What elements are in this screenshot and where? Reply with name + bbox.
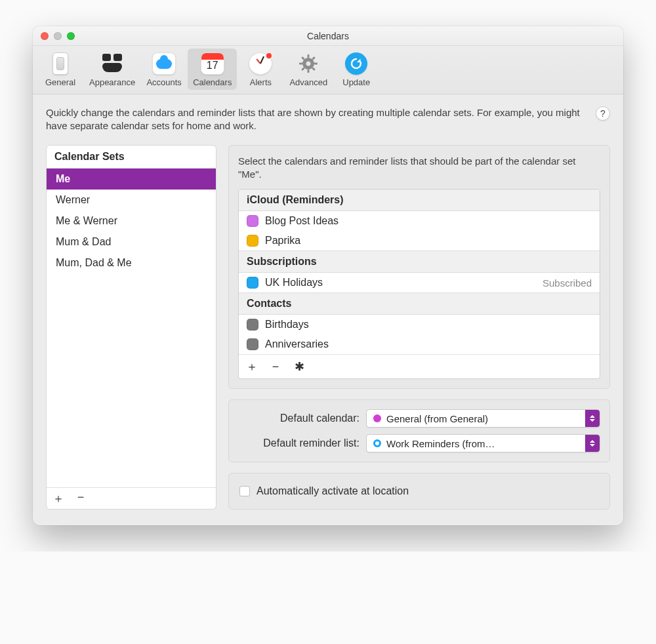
gear-icon — [296, 51, 321, 76]
toolbar-tab-update[interactable]: Update — [333, 49, 380, 90]
disguise-icon — [100, 51, 125, 76]
calendar-name: Birthdays — [265, 319, 592, 331]
toolbar-tab-general[interactable]: General — [37, 49, 84, 90]
toolbar-label: Alerts — [250, 77, 272, 87]
calendar-set-row[interactable]: Werner — [47, 190, 216, 211]
svg-rect-1 — [308, 54, 310, 58]
window-title: Calendars — [307, 31, 349, 41]
add-calendar-button[interactable]: ＋ — [245, 359, 258, 374]
calendar-set-row[interactable]: Mum, Dad & Me — [47, 252, 216, 273]
calendar-group-header: Subscriptions — [239, 251, 600, 273]
minus-icon: − — [77, 491, 85, 504]
toolbar-tab-accounts[interactable]: Accounts — [140, 49, 188, 90]
gear-icon: ✱ — [295, 360, 304, 373]
default-calendar-label: Default calendar: — [238, 413, 366, 424]
sync-icon — [344, 51, 369, 76]
auto-activate-row[interactable]: Automatically activate at location — [238, 483, 600, 500]
default-calendar-value: General (from General) — [386, 413, 585, 424]
defaults-panel: Default calendar: General (from General)… — [228, 399, 610, 462]
toolbar-label: General — [45, 77, 75, 87]
toolbar-label: Calendars — [193, 77, 232, 87]
color-swatch-icon — [247, 235, 258, 247]
minus-icon: − — [272, 360, 279, 373]
calendar-row[interactable]: Paprika — [239, 231, 600, 251]
calendar-set-row[interactable]: Me & Werner — [47, 211, 216, 231]
calendar-name: Blog Post Ideas — [265, 215, 592, 227]
calendar-group-header: Contacts — [239, 292, 600, 315]
clock-icon — [248, 51, 273, 76]
calendar-set-name: Me & Werner — [56, 215, 117, 226]
color-swatch-icon — [247, 277, 258, 289]
calendar-list: iCloud (Reminders) Blog Post Ideas Papri… — [238, 189, 600, 379]
help-icon: ? — [600, 108, 605, 119]
toolbar-label: Update — [342, 77, 370, 87]
calendar-set-row[interactable]: Mum & Dad — [47, 231, 216, 252]
calendar-name: Anniversaries — [265, 338, 592, 350]
toolbar-label: Appearance — [89, 77, 135, 87]
calendar-set-name: Me — [56, 173, 70, 184]
calendar-set-name: Werner — [56, 194, 90, 205]
remove-calendar-button[interactable]: − — [269, 360, 282, 374]
auto-activate-panel: Automatically activate at location — [228, 473, 610, 510]
cloud-icon — [152, 51, 176, 76]
calendar-group-header: iCloud (Reminders) — [239, 190, 600, 211]
traffic-lights — [41, 26, 75, 45]
default-reminder-label: Default reminder list: — [238, 437, 366, 449]
calendar-row[interactable]: Blog Post Ideas — [239, 211, 600, 231]
calendar-color-dot-icon — [373, 414, 381, 422]
calendar-sets-header: Calendar Sets — [47, 146, 216, 169]
selection-hint: Select the calendars and reminder lists … — [238, 155, 600, 182]
calendar-set-name: Mum & Dad — [56, 236, 111, 247]
auto-activate-label: Automatically activate at location — [256, 485, 409, 497]
notification-dot-icon — [265, 52, 273, 60]
toolbar-tab-advanced[interactable]: Advanced — [284, 49, 333, 90]
calendar-options-button[interactable]: ✱ — [293, 359, 306, 374]
intro-text: Quickly change the calendars and reminde… — [46, 106, 585, 133]
stepper-caret-icon — [585, 435, 600, 452]
minimize-window-button[interactable] — [54, 32, 62, 40]
calendar-icon-day: 17 — [201, 60, 224, 71]
plus-icon: ＋ — [246, 360, 258, 373]
calendar-name: UK Holidays — [265, 277, 536, 289]
calendar-name: Paprika — [265, 235, 592, 247]
auto-activate-checkbox[interactable] — [239, 486, 250, 496]
remove-set-button[interactable]: − — [74, 491, 87, 506]
calendar-icon: 17 — [200, 51, 225, 76]
calendar-list-footer: ＋ − ✱ — [239, 354, 600, 378]
toolbar-label: Advanced — [289, 77, 327, 87]
color-swatch-icon — [247, 215, 258, 227]
calendar-set-row[interactable]: Me — [47, 169, 216, 190]
svg-rect-7 — [299, 63, 302, 65]
default-reminder-value: Work Reminders (from… — [386, 438, 585, 449]
toolbar-tab-appearance[interactable]: Appearance — [84, 49, 140, 90]
subscribed-badge: Subscribed — [543, 277, 592, 289]
close-window-button[interactable] — [41, 32, 49, 40]
help-button[interactable]: ? — [596, 106, 610, 121]
default-calendar-popup[interactable]: General (from General) — [366, 409, 600, 428]
right-column: Select the calendars and reminder lists … — [228, 145, 610, 510]
toolbar-tab-alerts[interactable]: Alerts — [237, 49, 284, 90]
preferences-toolbar: General Appearance Accounts 17 Calendars — [33, 46, 623, 94]
calendar-row[interactable]: Anniversaries — [239, 334, 600, 354]
zoom-window-button[interactable] — [67, 32, 75, 40]
default-reminder-popup[interactable]: Work Reminders (from… — [366, 434, 600, 453]
switch-icon — [48, 51, 73, 76]
stepper-caret-icon — [585, 410, 600, 427]
calendar-sets-panel: Calendar Sets Me Werner Me & Werner Mum … — [46, 145, 216, 510]
toolbar-tab-calendars[interactable]: 17 Calendars — [188, 49, 237, 90]
add-set-button[interactable]: ＋ — [52, 491, 65, 506]
color-swatch-icon — [247, 319, 258, 331]
calendar-row[interactable]: Birthdays — [239, 315, 600, 334]
calendar-row[interactable]: UK Holidays Subscribed — [239, 273, 600, 292]
calendar-sets-list: Me Werner Me & Werner Mum & Dad Mum, Dad… — [47, 169, 216, 488]
calendar-set-name: Mum, Dad & Me — [56, 257, 132, 268]
preferences-window: Calendars General Appearance Accounts 17… — [33, 26, 623, 525]
svg-rect-3 — [314, 63, 318, 65]
color-swatch-icon — [247, 338, 258, 350]
content-body: Quickly change the calendars and reminde… — [33, 94, 623, 525]
svg-point-9 — [306, 62, 311, 66]
toolbar-label: Accounts — [146, 77, 181, 87]
titlebar: Calendars — [33, 26, 623, 46]
calendar-selection-panel: Select the calendars and reminder lists … — [228, 145, 610, 390]
plus-icon: ＋ — [52, 492, 64, 505]
